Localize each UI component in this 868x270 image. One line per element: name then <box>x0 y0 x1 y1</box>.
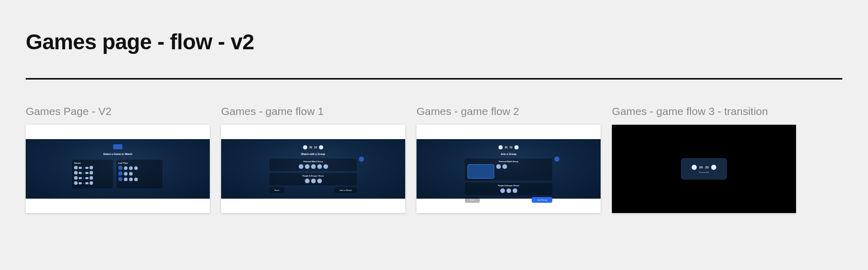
people-title: People & Groups I Know <box>467 185 550 187</box>
arena-background: 20 22 Join a Group Featured Watch Group <box>417 139 601 199</box>
team-logo-left <box>692 165 697 170</box>
frame-thumbnail-game-flow-3-transition[interactable]: 20 22 8 connected <box>612 125 796 213</box>
arena-background: Select a Game to Watch Games vs vs vs vs… <box>26 139 210 199</box>
people-section: People & Groups I Know <box>465 183 552 195</box>
score-left: 20 <box>504 146 508 149</box>
score-bar: 20 22 <box>498 145 518 149</box>
team-logo-right <box>711 165 716 170</box>
team-logo-left <box>498 145 502 149</box>
modal-title: Join a Group <box>501 152 517 156</box>
arena-background: 20 22 Watch with a Group Featured Watch … <box>221 139 405 199</box>
game-row: vs <box>74 181 111 185</box>
avatar-row <box>272 179 354 183</box>
nba-logo <box>113 144 122 149</box>
back-button: Back <box>465 197 480 203</box>
team-logo-right <box>319 145 323 149</box>
dark-background: 20 22 8 connected <box>612 125 796 213</box>
featured-title: Featured Watch Group <box>272 161 354 163</box>
featured-row <box>467 164 550 179</box>
section-divider <box>26 78 842 80</box>
score-left: 20 <box>699 166 703 169</box>
score-right: 22 <box>314 146 317 149</box>
frame-column: Games Page - V2 Select a Game to Watch G… <box>26 105 210 213</box>
close-icon <box>359 157 364 162</box>
button-row: Back Join Group <box>465 197 552 203</box>
modal-title: Watch with a Group <box>301 152 326 156</box>
frame-label: Games - game flow 1 <box>221 105 405 118</box>
game-row: vs <box>74 171 111 175</box>
avatar-row <box>496 164 550 169</box>
last-time-panel-title: Last Time <box>118 162 160 164</box>
team-logo-left <box>303 145 307 149</box>
frame-column: Games - game flow 1 20 22 Watch with a G… <box>221 105 405 213</box>
game-row: vs <box>74 166 111 169</box>
featured-title: Featured Watch Group <box>467 161 550 163</box>
people-title: People & Groups I Know <box>272 175 354 177</box>
featured-card-selected <box>467 164 494 179</box>
avatar-row <box>272 164 354 169</box>
close-icon <box>554 157 559 162</box>
score-bar: 20 22 <box>303 145 323 149</box>
primary-button: Join Group <box>532 197 552 203</box>
avatar-row <box>467 188 550 193</box>
history-row <box>118 166 160 170</box>
history-row <box>118 171 160 176</box>
frames-row: Games Page - V2 Select a Game to Watch G… <box>26 105 842 213</box>
primary-button: Join to Watch <box>334 187 357 193</box>
people-section: People & Groups I Know <box>269 173 357 185</box>
modal-panel: Featured Watch Group People & Groups I K… <box>465 159 552 203</box>
transition-modal: 20 22 8 connected <box>681 158 727 180</box>
score-left: 20 <box>309 146 312 149</box>
frame-thumbnail-game-flow-1[interactable]: 20 22 Watch with a Group Featured Watch … <box>221 125 405 213</box>
button-row: Back Join to Watch <box>269 187 357 193</box>
frame-label: Games - game flow 3 - transition <box>612 105 796 118</box>
score-row: 20 22 <box>692 165 716 170</box>
modal-panel: Featured Watch Group People & Groups I K… <box>269 159 357 193</box>
score-right: 22 <box>510 146 513 149</box>
game-row: vs <box>74 176 111 180</box>
featured-section: Featured Watch Group <box>269 159 357 171</box>
score-right: 22 <box>706 166 709 169</box>
select-game-title: Select a Game to Watch <box>103 152 133 156</box>
frame-column: Games - game flow 3 - transition 20 22 8… <box>612 105 796 213</box>
games-panel-title: Games <box>74 162 111 164</box>
status-label: 8 connected <box>699 171 709 173</box>
frame-thumbnail-game-flow-2[interactable]: 20 22 Join a Group Featured Watch Group <box>417 125 601 213</box>
featured-info <box>496 164 550 179</box>
frame-thumbnail-games-page[interactable]: Select a Game to Watch Games vs vs vs vs… <box>26 125 210 213</box>
frame-label: Games Page - V2 <box>26 105 210 118</box>
history-row <box>118 177 160 181</box>
last-time-panel: Last Time <box>116 160 162 188</box>
page-title: Games page - flow - v2 <box>26 30 842 54</box>
team-logo-right <box>515 145 519 149</box>
back-button: Back <box>269 187 284 193</box>
frame-column: Games - game flow 2 20 22 Join a Group F… <box>417 105 601 213</box>
frame-label: Games - game flow 2 <box>417 105 601 118</box>
featured-section: Featured Watch Group <box>465 159 552 181</box>
games-panel: Games vs vs vs vs <box>72 160 113 188</box>
